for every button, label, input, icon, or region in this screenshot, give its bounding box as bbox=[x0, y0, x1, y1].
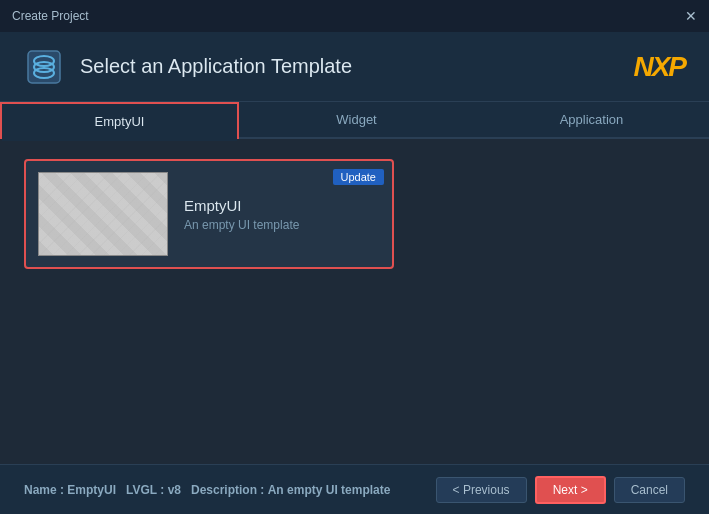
next-button[interactable]: Next > bbox=[535, 476, 606, 504]
tab-application[interactable]: Application bbox=[474, 102, 709, 137]
app-icon bbox=[24, 47, 64, 87]
template-card-emptyui[interactable]: EmptyUI An empty UI template Update bbox=[24, 159, 394, 269]
close-button[interactable]: ✕ bbox=[685, 9, 697, 23]
template-description: An empty UI template bbox=[184, 218, 380, 232]
template-name: EmptyUI bbox=[184, 197, 380, 214]
dialog-title: Create Project bbox=[12, 9, 89, 23]
template-grid: EmptyUI An empty UI template Update bbox=[24, 159, 685, 269]
title-bar: Create Project ✕ bbox=[0, 0, 709, 32]
dialog-header: Select an Application Template NXP bbox=[0, 32, 709, 102]
nxp-logo: NXP bbox=[633, 51, 685, 83]
footer-info: Name : EmptyUI LVGL : v8 Description : A… bbox=[24, 483, 390, 497]
header-title: Select an Application Template bbox=[80, 55, 352, 78]
tab-bar: EmptyUI Widget Application bbox=[0, 102, 709, 139]
footer-buttons: < Previous Next > Cancel bbox=[436, 476, 685, 504]
update-badge: Update bbox=[333, 169, 384, 185]
template-info: EmptyUI An empty UI template bbox=[184, 197, 380, 232]
tab-widget[interactable]: Widget bbox=[239, 102, 474, 137]
lvgl-label: LVGL : bbox=[126, 483, 164, 497]
name-value: EmptyUI bbox=[67, 483, 116, 497]
tab-emptyui[interactable]: EmptyUI bbox=[0, 102, 239, 139]
desc-label: Description : bbox=[191, 483, 264, 497]
lvgl-value: v8 bbox=[168, 483, 181, 497]
previous-button[interactable]: < Previous bbox=[436, 477, 527, 503]
template-content: EmptyUI An empty UI template Update bbox=[0, 139, 709, 464]
create-project-dialog: Create Project ✕ Select an Application T… bbox=[0, 0, 709, 514]
cancel-button[interactable]: Cancel bbox=[614, 477, 685, 503]
desc-value: An empty UI template bbox=[268, 483, 391, 497]
template-thumbnail bbox=[38, 172, 168, 256]
name-label: Name : bbox=[24, 483, 64, 497]
dialog-footer: Name : EmptyUI LVGL : v8 Description : A… bbox=[0, 464, 709, 514]
header-left: Select an Application Template bbox=[24, 47, 352, 87]
nxp-brand-text: NXP bbox=[633, 51, 685, 83]
